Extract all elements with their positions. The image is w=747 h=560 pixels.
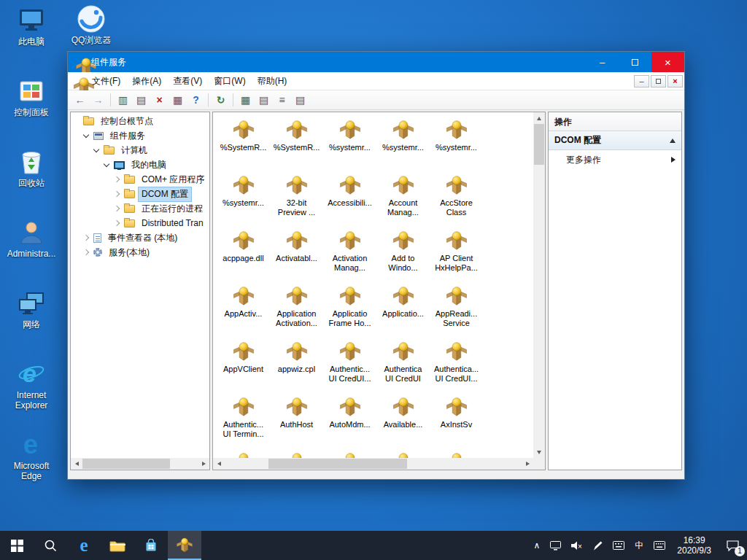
collapse-group-icon[interactable] (670, 139, 676, 143)
tree-item[interactable]: COM+ 应用程序 (71, 172, 209, 187)
scrollbar-thumb[interactable] (82, 459, 170, 469)
toolbar-forward-button[interactable]: → (89, 92, 107, 108)
tree-item[interactable]: 组件服务 (71, 128, 209, 143)
network-tray-icon[interactable] (545, 531, 566, 560)
ime-keyboard-tray-icon[interactable] (608, 531, 630, 560)
taskbar-file-explorer-button[interactable] (101, 531, 134, 560)
dcom-component-item[interactable]: Battery Notificati... (270, 449, 323, 458)
minimize-button[interactable]: – (586, 52, 619, 72)
start-button[interactable] (0, 531, 34, 560)
dcom-component-item[interactable]: AppActiv... (217, 283, 270, 338)
pen-tray-icon[interactable] (588, 531, 608, 560)
grid-vertical-scrollbar[interactable] (533, 112, 545, 458)
scroll-right-button[interactable] (522, 458, 533, 470)
scroll-up-button[interactable] (533, 112, 545, 124)
action-center-button[interactable]: 1 (718, 531, 747, 560)
maximize-button[interactable] (619, 52, 651, 72)
grid-horizontal-scrollbar[interactable] (213, 458, 533, 470)
dcom-component-item[interactable]: %systemr... (376, 117, 430, 172)
dcom-component-item[interactable]: acppage.dll (217, 228, 270, 283)
chevron-right-icon[interactable] (114, 220, 120, 226)
chevron-right-icon[interactable] (114, 206, 120, 211)
menu-action[interactable]: 操作(A) (126, 72, 167, 90)
menu-file[interactable]: 文件(F) (86, 72, 126, 90)
desktop-icon-control-panel[interactable]: 控制面板 (3, 75, 60, 146)
dcom-component-item[interactable]: Authentica... UI CredUI... (430, 338, 483, 394)
chevron-right-icon[interactable] (83, 249, 89, 255)
tree-item[interactable]: 计算机 (71, 143, 209, 158)
dcom-component-item[interactable]: Applicatio... (376, 283, 430, 338)
chevron-down-icon[interactable] (93, 146, 99, 152)
dcom-component-item[interactable]: BdeUISrv (376, 449, 430, 458)
scroll-down-button[interactable] (533, 446, 545, 458)
chevron-right-icon[interactable] (114, 191, 120, 197)
volume-muted-tray-icon[interactable]: × (566, 531, 588, 560)
toolbar-back-button[interactable]: ← (71, 92, 89, 108)
dcom-component-item[interactable]: Application Activation... (270, 283, 323, 338)
dcom-component-item[interactable]: Applicatio Frame Ho... (323, 283, 376, 338)
scrollbar-thumb[interactable] (268, 459, 407, 469)
desktop-icon-administrator[interactable]: Administra... (3, 217, 60, 287)
dcom-component-item[interactable]: Available... (376, 394, 430, 449)
menu-window[interactable]: 窗口(W) (208, 72, 251, 90)
taskbar-clock[interactable]: 16:39 2020/9/3 (670, 531, 718, 560)
tree-horizontal-scrollbar[interactable] (71, 458, 209, 470)
dcom-component-item[interactable]: Activatabl... (270, 228, 323, 283)
child-restore-button[interactable] (651, 75, 666, 88)
dcom-component-item[interactable]: AppVClient (217, 338, 270, 394)
dcom-component-item[interactable]: Account Manag... (376, 172, 430, 228)
toolbar-large-icons-button[interactable]: ▦ (236, 92, 255, 108)
taskbar-store-button[interactable] (134, 531, 168, 560)
dcom-component-item[interactable]: AppReadi... Service (430, 283, 483, 338)
dcom-component-item[interactable]: Accessibili... (323, 172, 376, 228)
taskbar-edge-button[interactable]: e (67, 531, 101, 560)
dcom-component-item[interactable]: %SystemR... (217, 117, 270, 172)
toolbar-help-button[interactable]: ? (187, 92, 205, 108)
toolbar-details-view-button[interactable]: ▤ (291, 92, 309, 108)
dcom-component-item[interactable]: Authentica UI CredUI (376, 338, 430, 394)
tree-item[interactable]: 我的电脑 (71, 158, 209, 172)
chevron-right-icon[interactable] (114, 176, 120, 182)
desktop-icon-network[interactable]: 网络 (3, 287, 60, 358)
dcom-component-item[interactable]: Background Intelligent ... (217, 449, 270, 458)
dcom-component-item[interactable]: 32-bit Preview ... (270, 172, 323, 228)
tree-item[interactable]: 控制台根节点 (71, 114, 209, 128)
dcom-component-item[interactable]: Authentic... UI Termin... (217, 394, 270, 449)
desktop-icon-microsoft-edge[interactable]: e Microsoft Edge (3, 429, 60, 499)
close-button[interactable]: × (651, 52, 684, 72)
touch-keyboard-tray-icon[interactable] (649, 531, 670, 560)
scrollbar-track[interactable] (533, 124, 545, 446)
dcom-component-item[interactable]: %SystemR... (270, 117, 323, 172)
menu-view[interactable]: 查看(V) (167, 72, 208, 90)
scroll-left-button[interactable] (213, 458, 225, 470)
scroll-left-button[interactable] (71, 458, 82, 470)
toolbar-refresh-button[interactable]: ↻ (212, 92, 230, 108)
dcom-component-item[interactable]: %systemr... (217, 172, 270, 228)
taskbar-search-button[interactable] (34, 531, 67, 560)
desktop-icon-this-pc[interactable]: 此电脑 (3, 4, 60, 75)
dcom-component-item[interactable]: AutoMdm... (323, 394, 376, 449)
tree-item[interactable]: 事件查看器 (本地) (71, 230, 209, 245)
more-actions-item[interactable]: 更多操作 (549, 150, 681, 169)
dcom-component-item[interactable]: %systemr... (430, 117, 483, 172)
window-titlebar[interactable]: 组件服务 – × (68, 52, 684, 72)
chevron-down-icon[interactable] (104, 160, 109, 166)
show-hidden-icons-button[interactable]: ∧ (528, 531, 545, 560)
scrollbar-thumb[interactable] (534, 124, 544, 165)
dcom-component-item[interactable]: AP Client HxHelpPa... (430, 228, 483, 283)
dcom-component-item[interactable]: AxInstSv (430, 394, 483, 449)
dcom-component-item[interactable]: %systemr... (323, 117, 376, 172)
ime-language-indicator[interactable]: 中 (630, 531, 649, 560)
toolbar-delete-button[interactable]: × (150, 92, 169, 108)
scrollbar-track[interactable] (225, 458, 522, 470)
tree-item[interactable]: Distributed Tran (71, 216, 209, 230)
child-close-button[interactable]: × (667, 75, 683, 88)
toolbar-properties-button[interactable]: ▦ (169, 92, 187, 108)
scrollbar-track[interactable] (82, 458, 198, 470)
child-minimize-button[interactable]: – (634, 75, 649, 88)
desktop-icon-internet-explorer[interactable]: e Internet Explorer (3, 358, 60, 429)
taskbar-component-services-button[interactable] (168, 531, 201, 560)
toolbar-list-view-button[interactable]: ≡ (273, 92, 291, 108)
menu-help[interactable]: 帮助(H) (252, 72, 293, 90)
tree-item[interactable]: 正在运行的进程 (71, 201, 209, 216)
